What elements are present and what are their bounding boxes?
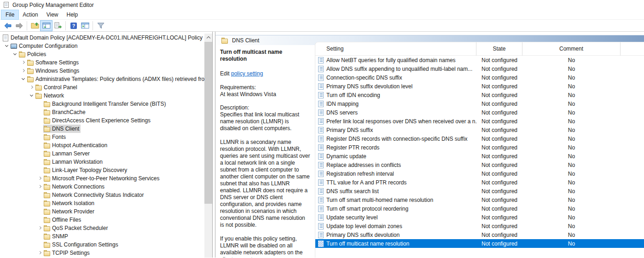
setting-row[interactable]: Allow NetBT queries for fully qualified … (315, 56, 644, 64)
up-one-level-button[interactable] (29, 21, 41, 31)
setting-row[interactable]: DNS servers Not configured No (315, 108, 644, 117)
chevron-icon[interactable] (36, 191, 43, 199)
column-header-state[interactable]: State (476, 42, 522, 56)
setting-row[interactable]: Update security level Not configured No (315, 213, 644, 222)
tree-item[interactable]: Lanman Server (0, 149, 204, 158)
svg-text:?: ? (72, 23, 75, 29)
tree-item-label: BranchCache (51, 109, 86, 115)
tree-item[interactable]: Network (0, 92, 204, 100)
tree-item[interactable]: DirectAccess Client Experience Settings (0, 116, 204, 125)
tree-item[interactable]: TCPIP Settings (0, 249, 204, 257)
help-button[interactable]: ? (68, 21, 79, 31)
setting-row[interactable]: Replace addresses in conflicts Not confi… (315, 161, 644, 169)
setting-row[interactable]: Prefer link local responses over DNS whe… (315, 117, 644, 126)
tree-item[interactable]: Lanman Workstation (0, 158, 204, 166)
chevron-icon[interactable] (36, 142, 43, 149)
tree-item[interactable]: Computer Configuration (0, 42, 204, 50)
chevron-icon[interactable] (36, 133, 43, 141)
setting-row[interactable]: Primary DNS suffix Not configured No (315, 126, 644, 134)
comment-cell: No (522, 241, 621, 247)
chevron-icon[interactable] (36, 109, 43, 116)
tree-item[interactable]: Control Panel (0, 83, 204, 92)
tree-item[interactable]: SNMP (0, 232, 204, 241)
chevron-icon[interactable] (36, 117, 43, 124)
setting-row[interactable]: Register DNS records with connection-spe… (315, 134, 644, 143)
setting-row[interactable]: Primary DNS suffix devolution Not config… (315, 230, 644, 239)
setting-row[interactable]: Register PTR records Not configured No (315, 143, 644, 152)
menu-item-help[interactable]: Help (63, 10, 82, 19)
chevron-icon[interactable] (36, 150, 43, 157)
menu-item-action[interactable]: Action (18, 10, 42, 19)
menu-item-view[interactable]: View (42, 10, 63, 19)
chevron-icon[interactable] (19, 59, 27, 66)
tree-item[interactable]: Network Isolation (0, 199, 204, 207)
chevron-icon[interactable] (3, 42, 10, 50)
tree-item[interactable]: Network Connectivity Status Indicator (0, 191, 204, 199)
tree-item[interactable]: Administrative Templates: Policy definit… (0, 75, 204, 83)
setting-row[interactable]: Turn off multicast name resolution Not c… (315, 239, 644, 248)
setting-row[interactable]: Allow DNS suffix appending to unqualifie… (315, 64, 644, 73)
show-console-tree-button[interactable] (41, 21, 52, 31)
back-button[interactable] (2, 21, 13, 31)
setting-row[interactable]: Turn off smart protocol reordering Not c… (315, 204, 644, 213)
setting-row[interactable]: Connection-specific DNS suffix Not confi… (315, 73, 644, 82)
scrollbar-thumb[interactable] (204, 42, 212, 204)
show-console-tree-icon (42, 22, 51, 29)
tree-item[interactable]: DNS Client (0, 125, 204, 133)
chevron-icon[interactable] (36, 241, 43, 248)
setting-row[interactable]: IDN mapping Not configured No (315, 99, 644, 108)
tree-scrollbar[interactable] (204, 34, 212, 258)
chevron-icon[interactable] (36, 166, 43, 174)
tree-item[interactable]: Network Provider (0, 207, 204, 216)
tree-item[interactable]: QoS Packet Scheduler (0, 224, 204, 232)
filter-button[interactable] (95, 21, 106, 31)
chevron-icon[interactable] (36, 183, 43, 190)
tree-item[interactable]: Network Connections (0, 183, 204, 191)
menu-item-file[interactable]: File (1, 10, 18, 19)
setting-row[interactable]: Update top level domain zones Not config… (315, 222, 644, 230)
scrollbar-up-arrow-icon[interactable] (204, 34, 212, 41)
chevron-icon[interactable] (36, 200, 43, 207)
tree-item[interactable]: SSL Configuration Settings (0, 241, 204, 249)
policy-setting-link[interactable]: policy setting (231, 70, 263, 77)
chevron-icon[interactable] (19, 75, 27, 83)
chevron-icon[interactable] (36, 224, 43, 232)
chevron-icon[interactable] (36, 216, 43, 224)
chevron-icon[interactable] (36, 100, 43, 108)
chevron-icon[interactable] (28, 92, 35, 99)
tree-item[interactable]: BranchCache (0, 108, 204, 116)
show-action-pane-button[interactable] (79, 21, 91, 31)
setting-row[interactable]: Dynamic update Not configured No (315, 152, 644, 161)
tree-item[interactable]: Background Intelligent Transfer Service … (0, 100, 204, 108)
tree-item[interactable]: Software Settings (0, 58, 204, 67)
chevron-icon[interactable] (36, 249, 43, 257)
column-header-setting[interactable]: Setting (315, 42, 476, 56)
chevron-icon[interactable] (11, 51, 18, 58)
setting-row[interactable]: Registration refresh interval Not config… (315, 169, 644, 178)
column-header-comment[interactable]: Comment (522, 42, 621, 56)
chevron-icon[interactable] (36, 125, 43, 132)
tree-item-label: Lanman Server (51, 150, 90, 157)
setting-row[interactable]: Turn off IDN encoding Not configured No (315, 91, 644, 99)
chevron-icon[interactable] (36, 208, 43, 215)
tree-item[interactable]: Offline Files (0, 216, 204, 224)
tree-item[interactable]: Policies (0, 50, 204, 58)
chevron-icon[interactable] (36, 158, 43, 166)
tree-item[interactable]: Link-Layer Topology Discovery (0, 166, 204, 174)
chevron-icon[interactable] (36, 233, 43, 240)
app-icon (3, 1, 10, 8)
forward-button[interactable] (13, 21, 25, 31)
setting-row[interactable]: TTL value for A and PTR records Not conf… (315, 178, 644, 187)
chevron-icon[interactable] (19, 67, 27, 75)
setting-row[interactable]: Turn off smart multi-homed name resoluti… (315, 195, 644, 204)
chevron-icon[interactable] (36, 175, 43, 182)
setting-row[interactable]: DNS suffix search list Not configured No (315, 187, 644, 195)
tree-item[interactable]: Microsoft Peer-to-Peer Networking Servic… (0, 174, 204, 183)
export-list-button[interactable] (52, 21, 64, 31)
chevron-icon[interactable] (28, 84, 35, 91)
setting-row[interactable]: Primary DNS suffix devolution level Not … (315, 82, 644, 91)
tree-item[interactable]: Windows Settings (0, 67, 204, 75)
tree-item[interactable]: Hotspot Authentication (0, 141, 204, 149)
tree-item[interactable]: Fonts (0, 133, 204, 141)
tree-item[interactable]: Default Domain Policy [ACADEMY-EA-DC01.I… (0, 34, 204, 42)
